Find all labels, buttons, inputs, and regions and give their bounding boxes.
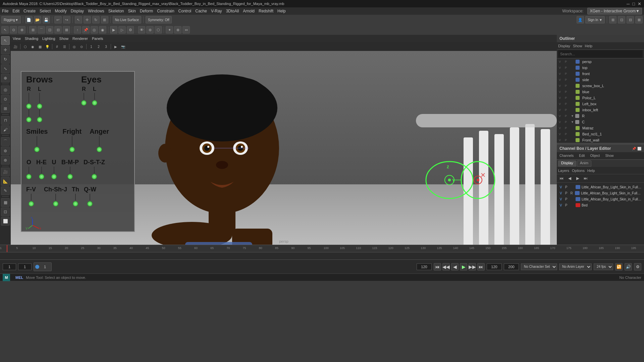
live-surface-btn[interactable]: No Live Surface [113, 16, 141, 23]
camera-tool[interactable]: 🎥 [1, 168, 10, 176]
rotate-tool[interactable]: ↻ [92, 16, 100, 23]
outliner-item[interactable]: VP▼C [557, 119, 644, 125]
container-btn[interactable]: ⬜ [1, 217, 10, 226]
menu-3dtoall[interactable]: 3DtoAll [226, 9, 239, 13]
annotate-tool[interactable]: ✎ [1, 186, 10, 195]
menu-skeleton[interactable]: Skeleton [108, 9, 124, 13]
expand-arrow-icon[interactable]: ▼ [571, 114, 574, 118]
anim-layer-select[interactable]: No Anim Layer [559, 263, 592, 270]
anim-end-input[interactable] [487, 263, 502, 270]
select-tool[interactable]: ↖ [75, 16, 82, 23]
curve-tool[interactable]: ⌒ [1, 137, 10, 146]
outliner-item[interactable]: VPPoloz_L [557, 95, 644, 101]
anim-frame-input[interactable] [40, 263, 50, 270]
menu-skin[interactable]: Skin [128, 9, 136, 13]
soft-mod-btn[interactable]: ◎ [1, 85, 10, 94]
close-btn[interactable]: ✕ [638, 1, 641, 6]
icons-r1[interactable]: ⊞ [609, 16, 616, 23]
menu-help[interactable]: Help [277, 9, 286, 13]
vp-light-icon[interactable]: 💡 [44, 43, 51, 50]
vp-res-med[interactable]: 2 [95, 43, 102, 50]
wireframe-btn[interactable]: ⬡ [155, 26, 162, 34]
undo-btn[interactable]: ↩ [54, 16, 62, 23]
icons-r3[interactable]: ⊟ [627, 16, 634, 23]
layer-ref-toggle[interactable]: P [564, 203, 568, 207]
playhead[interactable] [7, 245, 7, 252]
brows-l-ctrl2[interactable] [37, 117, 42, 122]
vp-grid-icon[interactable]: # [54, 43, 60, 50]
cb-pin-btn[interactable]: 📌 [632, 147, 636, 150]
outliner-show-menu[interactable]: Show [573, 44, 582, 48]
outliner-item[interactable]: VPfront [557, 71, 644, 77]
outliner-display-menu[interactable]: Display [558, 44, 570, 48]
audio-btn[interactable]: 🔊 [625, 263, 632, 270]
menu-file[interactable]: File [2, 9, 8, 13]
vp-snapshot-icon[interactable]: 📷 [120, 43, 126, 50]
vp-menu-view[interactable]: View [13, 37, 21, 41]
quick-sel-btn[interactable]: ⊡ [1, 207, 10, 216]
outliner-item[interactable]: VP▼R [557, 113, 644, 119]
minimize-btn[interactable]: ─ [627, 1, 630, 6]
anger-ctrl[interactable] [97, 147, 102, 152]
outliner-item[interactable]: VPtop [557, 65, 644, 71]
outliner-item[interactable]: VPblue [557, 89, 644, 95]
vp-texture-icon[interactable]: ▦ [37, 43, 43, 50]
menu-display[interactable]: Display [71, 9, 84, 13]
sign-in-btn[interactable]: 👤 [577, 16, 584, 23]
range-end-input[interactable] [417, 263, 432, 270]
outliner-help-menu[interactable]: Help [585, 44, 593, 48]
loop-btn[interactable]: 🔁 [615, 263, 623, 270]
menu-edit[interactable]: Edit [12, 9, 19, 13]
sign-in-label[interactable]: Sign In ▼ [585, 16, 605, 23]
ik-tool[interactable]: ⊛ [1, 156, 10, 165]
menu-modify[interactable]: Modify [55, 9, 66, 13]
menu-vray[interactable]: V-Ray [211, 9, 222, 13]
phoneme-HE-ctrl[interactable] [39, 174, 44, 179]
isolate-sel-btn[interactable]: ⊚ [146, 26, 154, 34]
menu-select[interactable]: Select [40, 9, 51, 13]
outliner-item[interactable]: VPscrew_box_L [557, 83, 644, 89]
vp-hud-icon[interactable]: ☰ [61, 43, 68, 50]
cb-show-menu[interactable]: Show [604, 154, 615, 158]
phoneme-QW-ctrl[interactable] [87, 201, 93, 206]
total-end-input[interactable] [504, 263, 519, 270]
phoneme-ChShJ-ctrl[interactable] [53, 201, 58, 206]
redo-btn[interactable]: ↪ [63, 16, 70, 23]
universal-tool-left[interactable]: ⊕ [1, 74, 10, 82]
brows-r-ctrl2[interactable] [26, 117, 32, 122]
cb-float-btn[interactable]: ⬜ [637, 147, 641, 150]
char-set-select[interactable]: No Character Set [521, 263, 557, 270]
eyes-l-ctrl[interactable] [92, 100, 97, 106]
brows-l-ctrl[interactable] [37, 104, 42, 109]
layer-item[interactable]: V P Bed [558, 202, 643, 208]
fright-ctrl[interactable] [69, 147, 75, 152]
vp-xray-icon[interactable]: ◎ [71, 43, 77, 50]
options-tab[interactable]: Options [572, 169, 585, 173]
outliner-item[interactable]: VPside [557, 77, 644, 83]
move-norm-btn[interactable]: ↑ [74, 26, 81, 34]
layer-vis-toggle[interactable]: V [559, 185, 563, 189]
isolate-btn[interactable]: ◉ [99, 26, 106, 34]
layer-vis-toggle[interactable]: V [559, 191, 563, 195]
new-scene-btn[interactable]: 📄 [25, 16, 33, 23]
paint-select-btn[interactable]: ⊕ [18, 26, 25, 34]
phoneme-O-ctrl[interactable] [26, 174, 32, 179]
play-fwd-btn[interactable]: ▶ [460, 263, 467, 270]
measure-tool[interactable]: 📐 [1, 177, 10, 186]
menu-redshift[interactable]: Redshift [259, 9, 273, 13]
vp-res-high[interactable]: 3 [103, 43, 109, 50]
maximize-btn[interactable]: □ [632, 1, 635, 6]
vp-render-icon[interactable]: ▶ [112, 43, 119, 50]
window-controls[interactable]: ─ □ ✕ [627, 1, 641, 6]
icons-r4[interactable]: ⊠ [635, 16, 643, 23]
scale-tool-left[interactable]: ⤡ [1, 64, 10, 73]
current-frame-input[interactable] [18, 263, 32, 270]
vp-wire-icon[interactable]: ⬡ [22, 43, 29, 50]
select-mode-btn[interactable]: ↖ [1, 26, 9, 34]
menu-deform[interactable]: Deform [140, 9, 153, 13]
layer-scroll-end[interactable]: ⏭ [582, 175, 589, 182]
outliner-search-input[interactable] [558, 50, 643, 58]
layer-ref-toggle[interactable]: P [564, 185, 568, 189]
mel-label[interactable]: MEL [15, 276, 23, 280]
timeline-ruler[interactable]: 1510152025303540455055606570758085909510… [0, 245, 644, 252]
